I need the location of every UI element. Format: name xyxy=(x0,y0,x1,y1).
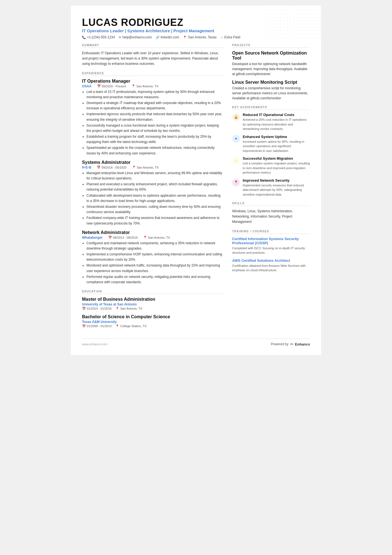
summary-text: Enthusiastic IT Operations Leader with o… xyxy=(82,51,224,67)
achievement-title-4: Improved Network Security xyxy=(243,178,310,182)
job-bullets-1: Led a team of 15 IT professionals, impro… xyxy=(82,89,224,156)
job-company-3: Whataburger xyxy=(82,236,103,240)
calendar-icon-3: 📅 xyxy=(108,236,112,239)
achievement-icon-3: ☆ xyxy=(232,157,240,164)
link-icon: 🔗 xyxy=(156,36,160,39)
summary-section: SUMMARY Enthusiastic IT Operations Leade… xyxy=(82,44,224,67)
job-dates-1: 📅 06/2020 - Present xyxy=(97,84,126,88)
enhancv-logo-icon: ∞ xyxy=(290,342,293,347)
footer-brand: Powered by ∞ Enhancv xyxy=(271,342,310,347)
email-text: help@enhancv.com xyxy=(122,35,152,39)
location-icon-2: 📍 xyxy=(132,166,136,169)
bullet: Performed regular audits on network secu… xyxy=(86,274,224,285)
location-icon-1: 📍 xyxy=(132,84,135,88)
phone-text: +1-(234)-555-1234 xyxy=(87,35,115,39)
edu-degree-1: Master of Business Administration xyxy=(82,297,224,302)
right-column: PROJECTS Open Source Network Optimizatio… xyxy=(232,44,310,333)
bullet: Configured and maintained network compon… xyxy=(86,241,224,251)
training-2: AWS Certified Solutions Architect Certif… xyxy=(232,258,310,273)
achievement-title-1: Reduced IT Operational Costs xyxy=(243,113,310,117)
job-title-2: Systems Administrator xyxy=(82,160,224,165)
training-desc-2: Certification obtained from Amazon Web S… xyxy=(232,263,310,273)
location-text: San Antonio, Texas xyxy=(188,35,217,39)
job-meta-1: USAA 📅 06/2020 - Present 📍 San Antonio, … xyxy=(82,84,224,88)
achievement-title-2: Enhanced System Uptime xyxy=(243,135,310,139)
achievement-desc-4: Implemented security measures that reduc… xyxy=(243,183,310,197)
edu-location-1: 📍 San Antonio, TX xyxy=(115,307,142,310)
edu-meta-2: 📅 01/2009 - 01/2013 📍 College Station, T… xyxy=(82,324,224,328)
bullet: Monitored and optimized network traffic,… xyxy=(86,263,224,273)
contact-extra: ☆ Extra Field xyxy=(220,35,240,39)
skills-section: SKILLS Windows, Linux, Systems Administr… xyxy=(232,202,310,225)
achievement-title-3: Successful System Migration xyxy=(243,156,310,161)
project-desc-1: Developed a tool for optimizing network … xyxy=(232,61,310,77)
contact-location: 📍 San Antonio, Texas xyxy=(183,35,217,39)
projects-label: PROJECTS xyxy=(232,44,310,48)
bullet: Collaborated with development teams to o… xyxy=(86,193,224,204)
project-desc-2: Created a comprehensive script for monit… xyxy=(232,86,310,101)
edu-degree-2: Bachelor of Science in Computer Science xyxy=(82,314,224,319)
summary-label: SUMMARY xyxy=(82,44,224,48)
bullet: Facilitated company-wide IT training ses… xyxy=(86,215,224,226)
resume-page: LUCAS RODRIGUEZ IT Operations Leader | S… xyxy=(71,6,321,355)
edu-school-2: Texas A&M University xyxy=(82,320,224,324)
location-icon-3: 📍 xyxy=(143,236,147,239)
main-layout: SUMMARY Enthusiastic IT Operations Leade… xyxy=(82,44,310,333)
achievements-label: KEY ACHIEVEMENTS xyxy=(232,106,310,110)
education-section: EDUCATION Master of Business Administrat… xyxy=(82,290,224,328)
edu-meta-1: 📅 01/2014 - 01/2016 📍 San Antonio, TX xyxy=(82,307,224,310)
location-edu-2: 📍 xyxy=(115,324,119,328)
training-desc-1: Completed with ISC2, focusing on in-dept… xyxy=(232,246,310,255)
email-icon: ✉ xyxy=(119,36,121,39)
job-location-2: 📍 San Antonio, TX xyxy=(132,166,159,169)
training-section: TRAINING / COURSES Certified Information… xyxy=(232,230,310,273)
skills-text: Windows, Linux, Systems Administration, … xyxy=(232,209,310,225)
achievement-content-1: Reduced IT Operational Costs Achieved a … xyxy=(243,113,310,131)
powered-by-text: Powered by xyxy=(271,342,288,346)
projects-section: PROJECTS Open Source Network Optimizatio… xyxy=(232,44,310,101)
job-network-administrator: Network Administrator Whataburger 📅 08/2… xyxy=(82,230,224,285)
bullet: Streamlined disaster recovery processes,… xyxy=(86,204,224,215)
decorative-dots xyxy=(266,6,321,39)
edu-dates-2: 📅 01/2009 - 01/2013 xyxy=(82,324,111,328)
experience-section: EXPERIENCE IT Operations Manager USAA 📅 … xyxy=(82,72,224,285)
achievement-icon-1: 🔒 xyxy=(232,113,240,121)
bullet: Implemented a comprehensive VOIP system,… xyxy=(86,252,224,262)
edu-location-2: 📍 College Station, TX xyxy=(115,324,147,328)
achievement-content-4: Improved Network Security Implemented se… xyxy=(243,178,310,197)
achievement-desc-2: Increased system uptime by 30%, resultin… xyxy=(243,139,310,153)
job-meta-3: Whataburger 📅 08/2013 - 08/2016 📍 San An… xyxy=(82,236,224,240)
calendar-icon-1: 📅 xyxy=(97,84,101,88)
website-text: linkedin.com xyxy=(161,35,179,39)
star-icon: ☆ xyxy=(220,36,223,39)
bullet: Led a team of 15 IT professionals, impro… xyxy=(86,89,224,100)
bullet: Established a training program for staff… xyxy=(86,134,224,145)
job-dates-3: 📅 08/2013 - 08/2016 xyxy=(108,236,138,239)
job-company-1: USAA xyxy=(82,84,91,88)
enhancv-brand-name: Enhancv xyxy=(295,342,310,346)
education-label: EDUCATION xyxy=(82,290,224,294)
achievements-section: KEY ACHIEVEMENTS 🔒 Reduced IT Operationa… xyxy=(232,106,310,197)
training-title-2: AWS Certified Solutions Architect xyxy=(232,258,310,263)
bullet: Implemented rigorous security protocols … xyxy=(86,112,224,122)
project-title-1: Open Source Network Optimization Tool xyxy=(232,51,310,61)
bullet: Managed enterprise-level Linux and Windo… xyxy=(86,171,224,181)
contact-phone: 📞 +1-(234)-555-1234 xyxy=(82,35,115,39)
edu-dates-1: 📅 01/2014 - 01/2016 xyxy=(82,307,111,310)
job-meta-2: H-E-B 📅 09/2016 - 05/2020 📍 San Antonio,… xyxy=(82,166,224,169)
edu-bs: Bachelor of Science in Computer Science … xyxy=(82,314,224,328)
contact-website: 🔗 linkedin.com xyxy=(156,35,179,39)
edu-school-1: University of Texas at San Antonio xyxy=(82,302,224,306)
job-dates-2: 📅 09/2016 - 05/2020 xyxy=(97,166,126,169)
bullet: Planned and executed a security enhancem… xyxy=(86,182,224,192)
experience-label: EXPERIENCE xyxy=(82,72,224,76)
achievement-desc-1: Achieved a 20% cost reduction in IT oper… xyxy=(243,117,310,131)
training-1: Certified Information Systems Security P… xyxy=(232,237,310,255)
job-it-operations-manager: IT Operations Manager USAA 📅 06/2020 - P… xyxy=(82,79,224,156)
project-title-2: Linux Server Monitoring Script xyxy=(232,80,310,85)
skills-label: SKILLS xyxy=(232,202,310,206)
achievement-4: 📍 Improved Network Security Implemented … xyxy=(232,178,310,197)
achievement-desc-3: Led a complex system migration project, … xyxy=(243,161,310,175)
job-location-3: 📍 San Antonio, TX xyxy=(143,236,170,239)
footer-website: www.enhancv.com xyxy=(82,342,107,346)
